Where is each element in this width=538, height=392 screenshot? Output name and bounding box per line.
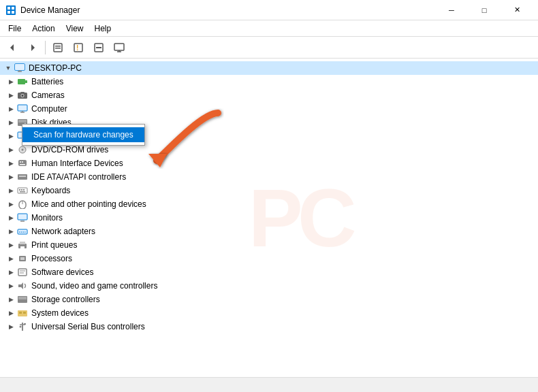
svg-rect-49 <box>18 214 27 220</box>
expand-icon[interactable]: ▶ <box>5 280 16 291</box>
context-scan-hardware[interactable]: Scan for hardware changes <box>22 127 144 142</box>
svg-rect-65 <box>19 312 22 314</box>
menu-file[interactable]: File <box>3 20 27 37</box>
list-item[interactable]: ▶ Human Interface Devices <box>0 157 538 170</box>
toolbar-properties[interactable] <box>48 39 67 56</box>
window-title: Device Manager <box>20 5 436 15</box>
expand-icon[interactable]: ▶ <box>5 117 16 128</box>
menu-action[interactable]: Action <box>27 20 60 37</box>
list-item[interactable]: ▶ Network adapters <box>0 225 538 238</box>
software-devices-label: Software devices <box>31 267 93 277</box>
sound-label: Sound, video and game controllers <box>31 281 157 291</box>
list-item[interactable]: ▶ Processors <box>0 252 538 265</box>
menu-help[interactable]: Help <box>89 20 117 37</box>
svg-rect-66 <box>23 312 26 314</box>
svg-rect-55 <box>20 246 25 248</box>
svg-rect-63 <box>18 297 27 299</box>
expand-icon[interactable]: ▶ <box>5 172 16 182</box>
svg-point-70 <box>20 326 22 328</box>
computer-label: Computer <box>31 104 67 114</box>
toolbar-back[interactable] <box>3 39 22 56</box>
network-icon <box>16 226 29 237</box>
expand-icon[interactable]: ▶ <box>5 158 16 169</box>
svg-rect-57 <box>20 257 25 260</box>
expand-icon[interactable]: ▶ <box>5 76 16 87</box>
list-item[interactable]: ▶ Storage controllers <box>0 293 538 306</box>
software-devices-icon <box>16 267 29 278</box>
list-item[interactable]: ▶ Sound, video and game controllers <box>0 279 538 293</box>
expand-icon[interactable]: ▶ <box>5 90 16 101</box>
svg-point-38 <box>22 161 23 163</box>
list-item[interactable]: ▶ Monitors <box>0 211 538 225</box>
processors-icon <box>16 253 29 264</box>
window-controls: ─ □ ✕ <box>436 0 533 20</box>
svg-rect-41 <box>19 176 26 177</box>
cameras-label: Cameras <box>31 91 65 100</box>
toolbar-forward[interactable] <box>23 39 42 56</box>
list-item[interactable]: ▶ Universal Serial Bus controllers <box>0 320 538 333</box>
minimize-button[interactable]: ─ <box>436 0 467 20</box>
ide-icon <box>16 172 29 182</box>
list-item[interactable]: ▶ Batteries <box>0 75 538 88</box>
list-item[interactable]: ▶ Cameras <box>0 88 538 102</box>
svg-point-25 <box>22 95 24 97</box>
network-label: Network adapters <box>31 227 95 236</box>
cameras-icon <box>16 90 29 101</box>
expand-icon[interactable]: ▶ <box>5 131 16 142</box>
toolbar-update-driver[interactable]: ! <box>69 39 88 56</box>
tree-area[interactable]: ▼ DESKTOP-PC Scan for hardware changes ▶… <box>0 59 538 377</box>
ide-label: IDE ATA/ATAPI controllers <box>31 172 126 182</box>
svg-rect-18 <box>15 64 25 70</box>
expand-icon[interactable]: ▶ <box>5 294 16 305</box>
expand-icon[interactable]: ▶ <box>5 253 16 264</box>
expand-icon[interactable]: ▶ <box>5 144 16 155</box>
maximize-button[interactable]: □ <box>469 0 500 20</box>
expand-icon[interactable]: ▶ <box>5 199 16 210</box>
menu-view[interactable]: View <box>61 20 89 37</box>
batteries-label: Batteries <box>31 77 63 86</box>
expand-icon[interactable]: ▶ <box>5 103 16 114</box>
toolbar: ! <box>0 37 538 59</box>
list-item[interactable]: ▶ Computer <box>0 102 538 116</box>
storage-label: Storage controllers <box>31 295 100 304</box>
svg-rect-14 <box>114 44 124 50</box>
svg-rect-45 <box>23 189 25 191</box>
list-item[interactable]: ▶ System devices <box>0 306 538 320</box>
monitors-label: Monitors <box>31 213 63 223</box>
processors-label: Processors <box>31 254 72 263</box>
expand-icon[interactable]: ▶ <box>5 240 16 250</box>
list-item[interactable]: ▶ IDE ATA/ATAPI controllers <box>0 170 538 184</box>
system-devices-label: System devices <box>31 308 89 318</box>
svg-rect-31 <box>18 120 27 122</box>
tree-root[interactable]: ▼ DESKTOP-PC <box>0 61 538 75</box>
svg-rect-44 <box>21 189 22 191</box>
usb-icon <box>16 321 29 332</box>
expand-icon[interactable]: ▶ <box>5 308 16 318</box>
expand-icon[interactable]: ▶ <box>5 321 16 332</box>
list-item[interactable]: ▶ Print queues <box>0 238 538 252</box>
svg-rect-1 <box>7 7 10 10</box>
toolbar-scan[interactable] <box>110 39 129 56</box>
mice-icon <box>16 199 29 210</box>
storage-icon <box>16 294 29 305</box>
svg-rect-39 <box>20 164 25 165</box>
expand-icon[interactable]: ▶ <box>5 212 16 223</box>
root-expand-icon[interactable]: ▼ <box>3 63 14 74</box>
computer-icon <box>16 103 29 114</box>
print-icon <box>16 240 29 250</box>
svg-marker-5 <box>10 44 14 51</box>
expand-icon[interactable]: ▶ <box>5 226 16 237</box>
expand-icon[interactable]: ▶ <box>5 185 16 196</box>
list-item[interactable]: ▶ Mice and other pointing devices <box>0 197 538 211</box>
svg-rect-54 <box>20 242 25 244</box>
toolbar-disable[interactable] <box>89 39 108 56</box>
expand-icon[interactable]: ▶ <box>5 267 16 278</box>
svg-marker-6 <box>31 44 35 51</box>
list-item[interactable]: ▶ Software devices <box>0 265 538 279</box>
svg-rect-58 <box>18 269 27 276</box>
svg-rect-21 <box>18 79 25 84</box>
svg-marker-61 <box>18 282 23 289</box>
list-item[interactable]: ▶ Keyboards <box>0 184 538 197</box>
mice-label: Mice and other pointing devices <box>31 199 146 209</box>
close-button[interactable]: ✕ <box>501 0 533 20</box>
